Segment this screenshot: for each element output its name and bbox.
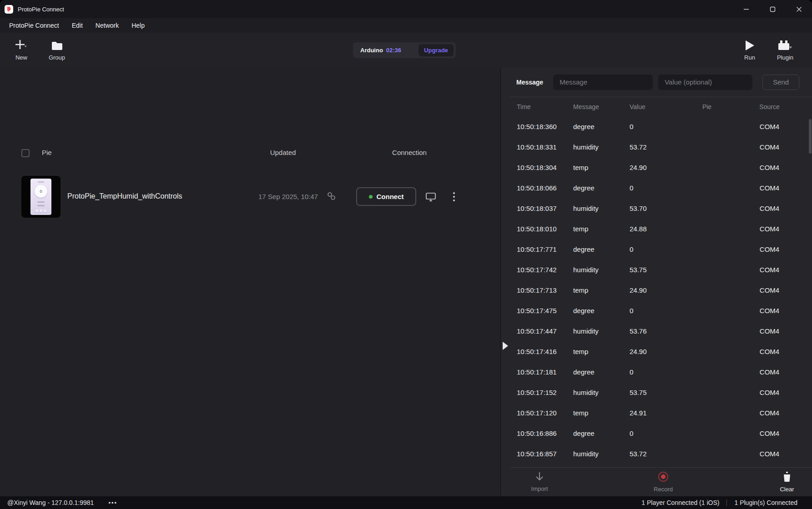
trash-icon [782,472,792,484]
log-message: degree [573,307,630,314]
menu-edit[interactable]: Edit [66,20,88,31]
menu-protopie-connect[interactable]: ProtoPie Connect [4,20,65,31]
pie-thumbnail-phone: 0 [30,179,51,215]
log-value: 53.76 [630,327,675,335]
maximize-button[interactable] [759,0,786,18]
log-value: 24.91 [630,409,675,417]
log-message: degree [573,368,630,376]
log-row: 10:50:18:066 degree 0 COM4 [501,178,812,198]
record-button[interactable]: Record [646,471,680,493]
log-message: temp [573,164,630,171]
import-icon [535,472,544,483]
log-message: degree [573,184,630,192]
log-row: 10:50:18:304 temp 24.90 COM4 [501,157,812,178]
log-time: 10:50:18:331 [517,143,573,151]
log-row: 10:50:16:886 degree 0 COM4 [501,423,812,444]
more-options-kebab-icon[interactable] [449,189,459,205]
log-value: 0 [630,307,675,314]
plugin-button[interactable]: Plugin [767,39,803,61]
log-row: 10:50:17:713 temp 24.90 COM4 [501,280,812,300]
connect-button[interactable]: Connect [356,187,416,206]
log-value: 53.72 [630,143,675,151]
new-label: New [15,54,27,61]
app-window: ProtoPie Connect ProtoPie Connect Edit N… [0,0,812,509]
log-value: 53.70 [630,205,675,212]
message-input[interactable] [553,75,653,90]
pie-list-row[interactable]: 0 ProtoPie_TempHumid_withControls 17 Sep… [0,176,500,223]
clear-button[interactable]: Clear [770,472,804,493]
log-value: 24.90 [630,164,675,171]
log-message: humidity [573,205,630,212]
header-source: Source [739,103,800,110]
send-button[interactable]: Send [762,75,799,90]
link-icon[interactable] [327,192,336,202]
log-value: 0 [630,368,675,376]
log-value: 53.75 [630,266,675,274]
log-footer: Import Record [510,467,812,496]
log-source: COM4 [739,205,800,212]
plugin-status: 1 Plugin(s) Connected [734,499,797,506]
log-source: COM4 [739,286,800,294]
value-input[interactable] [658,75,752,90]
log-row: 10:50:17:152 humidity 53.75 COM4 [501,382,812,403]
log-row: 10:50:17:181 degree 0 COM4 [501,362,812,382]
close-button[interactable] [786,0,812,18]
protopie-logo-icon [5,5,13,14]
log-rows: 10:50:18:360 degree 0 COM4 10:50:18:331 … [501,116,812,464]
import-label: Import [531,485,548,492]
log-row: 10:50:18:037 humidity 53.70 COM4 [501,198,812,219]
log-source: COM4 [739,327,800,335]
menu-network[interactable]: Network [90,20,124,31]
user-address: @Xinyi Wang - 127.0.0.1:9981 [7,499,94,506]
more-menu-icon[interactable]: ••• [108,499,117,506]
log-time: 10:50:17:120 [517,409,573,417]
log-message: degree [573,429,630,437]
log-value: 24.88 [630,225,675,233]
log-source: COM4 [739,429,800,437]
clear-label: Clear [780,486,794,493]
log-value: 0 [630,123,675,130]
log-time: 10:50:17:713 [517,286,573,294]
log-row: 10:50:18:331 humidity 53.72 COM4 [501,137,812,157]
arduino-label: Arduino [360,47,383,54]
menu-help[interactable]: Help [126,20,150,31]
pie-list-header: Pie Updated Connection [0,148,500,159]
toolbar: New Group Arduino 02:36 Upgrade Ru [0,33,812,67]
message-panel: Message Send Time Message Value Pie Sour… [500,67,812,496]
log-time: 10:50:17:152 [517,389,573,396]
log-source: COM4 [739,368,800,376]
arduino-status-badge[interactable]: Arduino 02:36 Upgrade [353,42,456,58]
minimize-button[interactable] [733,0,759,18]
log-time: 10:50:18:037 [517,205,573,212]
log-value: 24.90 [630,286,675,294]
import-button[interactable]: Import [523,472,556,492]
group-button[interactable]: Group [39,39,75,61]
log-value: 53.72 [630,450,675,458]
connect-label: Connect [377,193,404,200]
new-button[interactable]: New [4,39,39,61]
log-source: COM4 [739,225,800,233]
display-button[interactable] [423,189,439,205]
send-bar: Message Send [501,67,812,97]
log-time: 10:50:17:447 [517,327,573,335]
log-time: 10:50:18:360 [517,123,573,130]
header-message: Message [573,103,630,110]
play-icon [745,39,755,51]
player-status: 1 Player Connected (1 iOS) [641,499,719,506]
divider [726,499,727,506]
log-source: COM4 [739,348,800,355]
group-label: Group [49,54,65,61]
log-time: 10:50:16:886 [517,429,573,437]
log-row: 10:50:17:447 humidity 53.76 COM4 [501,321,812,341]
scrollbar-thumb[interactable] [809,119,812,154]
upgrade-button[interactable]: Upgrade [419,44,454,56]
status-bar: @Xinyi Wang - 127.0.0.1:9981 ••• 1 Playe… [0,496,812,509]
run-button[interactable]: Run [732,39,767,61]
log-message: degree [573,245,630,253]
pie-list-panel: Pie Updated Connection 0 ProtoPie_TempHu… [0,67,500,496]
select-all-checkbox[interactable] [21,149,30,157]
pie-thumbnail[interactable]: 0 [21,176,61,218]
log-source: COM4 [739,245,800,253]
header-time: Time [517,103,573,110]
log-source: COM4 [739,184,800,192]
